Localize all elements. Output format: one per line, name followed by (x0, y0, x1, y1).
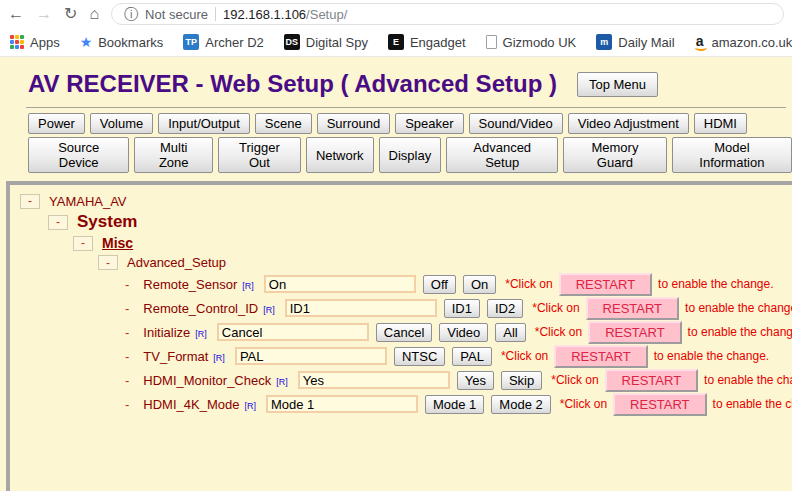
omnibox-separator (215, 7, 216, 21)
leaf-dash: - (125, 301, 129, 316)
bookmark-bookmarks[interactable]: ★Bookmarks (80, 35, 164, 50)
bookmark-digital-spy[interactable]: DSDigital Spy (284, 34, 368, 50)
restart-note-suffix: to enable the change. (658, 277, 773, 291)
option-skip-button[interactable]: Skip (501, 371, 542, 390)
bookmark-amazon-co-uk[interactable]: aamazon.co.uk (695, 34, 792, 51)
tab-model-information[interactable]: Model Information (672, 137, 792, 173)
page-icon (486, 35, 497, 49)
tab-sound-video[interactable]: Sound/Video (469, 113, 563, 134)
bookmark-engadget[interactable]: EEngadget (388, 34, 466, 50)
tab-row-2: Source DeviceMulti ZoneTrigger OutNetwor… (0, 137, 792, 173)
option-cancel-button[interactable]: Cancel (376, 323, 432, 342)
setting-name: TV_Format (143, 349, 208, 364)
refresh-status-badge[interactable]: [R] (244, 401, 256, 411)
option-all-button[interactable]: All (495, 323, 525, 342)
refresh-status-badge[interactable]: [R] (195, 329, 207, 339)
restart-button[interactable]: RESTART (613, 393, 706, 416)
browser-toolbar: ← → ↻ ⌂ ⓘ Not secure 192.168.1.106/Setup… (0, 0, 792, 28)
bookmark-label: Gizmodo UK (503, 35, 577, 50)
restart-button[interactable]: RESTART (586, 297, 679, 320)
tab-volume[interactable]: Volume (90, 113, 153, 134)
tplink-icon: TP (183, 34, 199, 50)
top-menu-button[interactable]: Top Menu (577, 72, 658, 97)
bookmark-label: amazon.co.uk (711, 35, 792, 50)
restart-note-suffix: to enable the change. (704, 373, 792, 387)
bookmark-daily-mail[interactable]: mDaily Mail (596, 34, 674, 50)
collapse-toggle[interactable]: - (48, 215, 68, 230)
tab-display[interactable]: Display (379, 137, 442, 173)
amazon-icon: a (695, 34, 706, 51)
option-on-button[interactable]: On (463, 275, 496, 294)
option-mode-1-button[interactable]: Mode 1 (425, 395, 484, 414)
tv-format-value-input[interactable] (235, 347, 387, 365)
option-pal-button[interactable]: PAL (452, 347, 492, 366)
option-mode-2-button[interactable]: Mode 2 (491, 395, 550, 414)
tree-node-yamaha-av: YAMAHA_AV (49, 194, 127, 209)
option-id1-button[interactable]: ID1 (444, 299, 480, 318)
reload-icon[interactable]: ↻ (64, 6, 77, 22)
tree-node-misc[interactable]: Misc (102, 235, 133, 251)
back-icon[interactable]: ← (8, 6, 24, 22)
option-ntsc-button[interactable]: NTSC (394, 347, 445, 366)
refresh-status-badge[interactable]: [R] (213, 353, 225, 363)
remote-sensor-value-input[interactable] (264, 275, 416, 293)
collapse-toggle[interactable]: - (98, 255, 118, 270)
tree-node-row: - Advanced_Setup (10, 253, 792, 272)
restart-button[interactable]: RESTART (588, 321, 681, 344)
tab-network[interactable]: Network (306, 137, 374, 173)
option-off-button[interactable]: Off (423, 275, 456, 294)
page-title: AV RECEIVER - Web Setup ( Advanced Setup… (28, 70, 557, 98)
remote-control-id-value-input[interactable] (285, 299, 437, 317)
restart-button[interactable]: RESTART (559, 273, 652, 296)
refresh-status-badge[interactable]: [R] (242, 281, 254, 291)
restart-button[interactable]: RESTART (554, 345, 647, 368)
tree-node-row: - Misc (10, 233, 792, 253)
settings-list: - Remote_Sensor [R] OffOn *Click on REST… (10, 272, 792, 416)
option-yes-button[interactable]: Yes (457, 371, 494, 390)
restart-note-suffix: to enable the change. (713, 397, 792, 411)
bookmark-apps[interactable]: Apps (10, 35, 60, 50)
tab-video-adjustment[interactable]: Video Adjustment (568, 113, 689, 134)
bookmark-gizmodo-uk[interactable]: Gizmodo UK (486, 35, 577, 50)
bookmark-label: Bookmarks (98, 35, 163, 50)
tab-advanced-setup[interactable]: Advanced Setup (446, 137, 558, 173)
apps-grid-icon (10, 35, 24, 49)
tab-memory-guard[interactable]: Memory Guard (563, 137, 667, 173)
tab-input-output[interactable]: Input/Output (158, 113, 250, 134)
restart-note-suffix: to enable the change. (688, 325, 792, 339)
restart-note-prefix: *Click on (535, 325, 582, 339)
security-label: Not secure (145, 7, 208, 22)
header-divider (26, 107, 786, 108)
forward-icon[interactable]: → (36, 6, 52, 22)
option-id2-button[interactable]: ID2 (487, 299, 523, 318)
leaf-dash: - (125, 277, 129, 292)
tab-multi-zone[interactable]: Multi Zone (134, 137, 213, 173)
setting-name: HDMI_Monitor_Check (143, 373, 271, 388)
initialize-value-input[interactable] (217, 323, 369, 341)
tree-node-row: - System (10, 211, 792, 233)
tab-speaker[interactable]: Speaker (395, 113, 463, 134)
refresh-status-badge[interactable]: [R] (276, 377, 288, 387)
tab-scene[interactable]: Scene (255, 113, 312, 134)
restart-button[interactable]: RESTART (605, 369, 698, 392)
collapse-toggle[interactable]: - (20, 194, 40, 209)
tab-power[interactable]: Power (28, 113, 85, 134)
hdmi-4k-mode-value-input[interactable] (266, 395, 418, 413)
info-icon[interactable]: ⓘ (124, 7, 138, 21)
tab-source-device[interactable]: Source Device (28, 137, 129, 173)
tab-hdmi[interactable]: HDMI (694, 113, 747, 134)
hdmi-monitor-check-value-input[interactable] (298, 371, 450, 389)
bookmark-label: Daily Mail (618, 35, 674, 50)
option-video-button[interactable]: Video (439, 323, 488, 342)
tab-surround[interactable]: Surround (317, 113, 390, 134)
home-icon[interactable]: ⌂ (89, 6, 99, 22)
bookmark-label: Apps (30, 35, 60, 50)
collapse-toggle[interactable]: - (73, 236, 93, 251)
bookmark-archer-d2[interactable]: TPArcher D2 (183, 34, 264, 50)
setting-row-hdmi-monitor-check: - HDMI_Monitor_Check [R] YesSkip *Click … (10, 368, 792, 392)
refresh-status-badge[interactable]: [R] (263, 305, 275, 315)
leaf-dash: - (125, 325, 129, 340)
address-bar[interactable]: ⓘ Not secure 192.168.1.106/Setup/ (111, 3, 784, 25)
tab-trigger-out[interactable]: Trigger Out (218, 137, 301, 173)
leaf-dash: - (125, 397, 129, 412)
